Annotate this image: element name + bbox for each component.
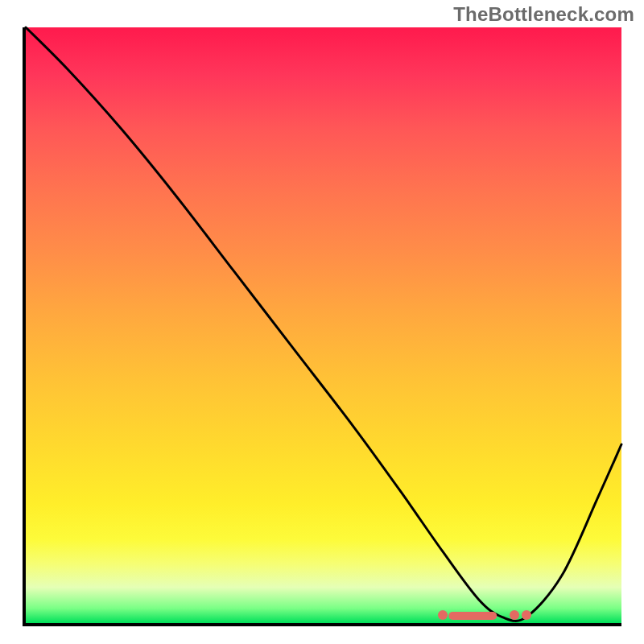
bottleneck-curve <box>26 27 621 623</box>
watermark-text: TheBottleneck.com <box>453 3 634 26</box>
chart-container: TheBottleneck.com <box>0 0 644 644</box>
plot-area <box>23 27 621 626</box>
